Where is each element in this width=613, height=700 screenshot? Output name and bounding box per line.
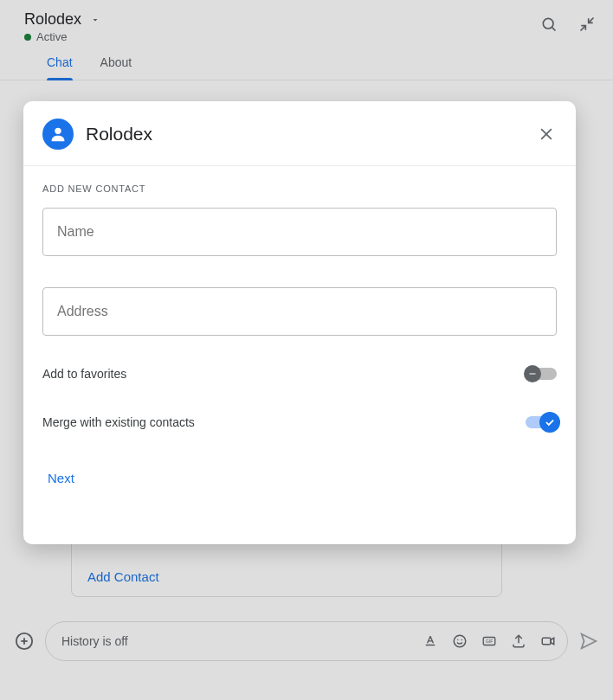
section-label: ADD NEW CONTACT — [42, 183, 557, 194]
address-field[interactable]: Address — [42, 287, 557, 336]
next-button[interactable]: Next — [48, 471, 74, 485]
person-icon — [42, 119, 74, 150]
merge-label: Merge with existing contacts — [42, 415, 195, 429]
name-field[interactable]: Name — [42, 208, 557, 256]
favorites-label: Add to favorites — [42, 367, 126, 381]
svg-rect-18 — [530, 374, 536, 375]
modal-dialog: Rolodex ADD NEW CONTACT Name Address Add… — [23, 101, 576, 544]
modal-title: Rolodex — [86, 124, 536, 144]
merge-toggle[interactable] — [526, 416, 557, 428]
close-icon[interactable] — [536, 124, 557, 144]
address-placeholder: Address — [57, 304, 108, 319]
name-placeholder: Name — [57, 224, 94, 240]
svg-point-15 — [55, 128, 61, 134]
favorites-toggle[interactable] — [526, 368, 557, 380]
